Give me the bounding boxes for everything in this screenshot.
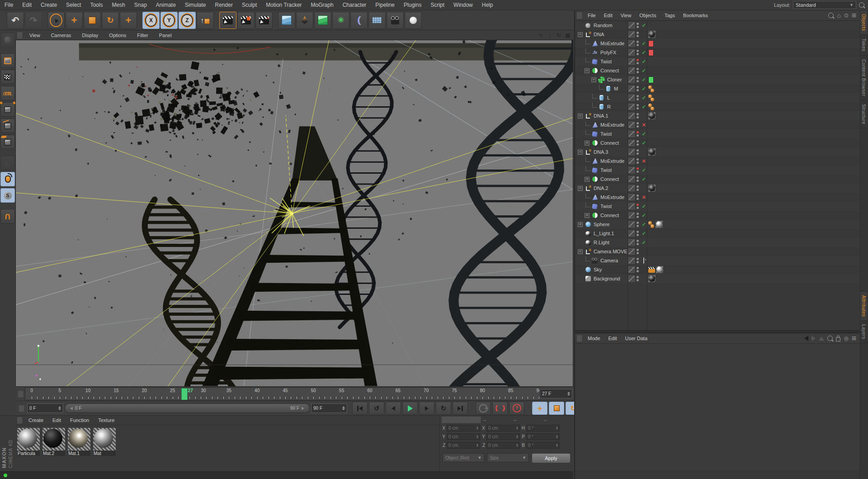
visibility-dots[interactable]	[637, 32, 639, 37]
key-position-button[interactable]: +	[532, 402, 547, 415]
layer-toggle[interactable]	[628, 275, 635, 282]
enable-toggle[interactable]: ✓	[641, 140, 647, 146]
collapse-icon[interactable]: −	[585, 68, 590, 73]
layer-toggle[interactable]	[628, 221, 635, 228]
tweak-mode-button[interactable]	[0, 172, 15, 186]
prev-key-button[interactable]: ↺	[369, 402, 384, 415]
tree-row-moextrude[interactable]: MoExtrude✕	[575, 193, 860, 202]
object-label[interactable]: DNA.3	[594, 149, 608, 155]
attribute-manager-menu-edit[interactable]: Edit	[604, 333, 621, 343]
enable-toggle[interactable]	[641, 258, 647, 263]
enable-axis-button[interactable]: ∟	[0, 156, 15, 170]
layer-toggle[interactable]	[628, 104, 635, 110]
coord-size-field[interactable]: 0 cm	[486, 433, 520, 440]
tree-row-dna-3[interactable]: −0DNA.3	[575, 147, 860, 157]
material-menu-edit[interactable]: Edit	[48, 416, 66, 425]
object-label[interactable]: Connect	[600, 176, 619, 182]
tree-row-connect[interactable]: +Connect✓	[575, 175, 860, 184]
rotate-view-icon[interactable]: ↻	[555, 32, 562, 39]
viewport-menu-options[interactable]: Options	[104, 31, 132, 40]
visibility-dots[interactable]	[637, 122, 639, 128]
collapse-icon[interactable]: −	[591, 77, 596, 82]
scale-button[interactable]	[84, 12, 101, 29]
layer-toggle[interactable]	[628, 40, 635, 47]
object-label[interactable]: Twist	[600, 204, 612, 209]
visibility-dots[interactable]	[637, 213, 639, 218]
layer-toggle[interactable]	[628, 131, 635, 137]
goto-end-button[interactable]	[453, 402, 468, 415]
visibility-dots[interactable]	[637, 176, 639, 182]
add-cube-button[interactable]	[278, 12, 295, 29]
layer-toggle[interactable]	[628, 266, 635, 273]
dock-tab-layers[interactable]: Layers	[860, 321, 867, 343]
material-item[interactable]: Mat.1	[68, 428, 90, 456]
last-tool-move-button[interactable]: +	[120, 12, 137, 29]
toggle-view-icon[interactable]: ▣	[564, 32, 571, 39]
menu-file[interactable]: File	[0, 0, 18, 10]
visibility-dots[interactable]	[637, 104, 639, 109]
visibility-dots[interactable]	[637, 194, 639, 200]
menu-window[interactable]: Window	[449, 0, 477, 10]
tree-row-sky[interactable]: Sky	[575, 265, 860, 274]
make-editable-button[interactable]	[0, 33, 15, 47]
object-label[interactable]: PolyFX	[600, 50, 616, 55]
stepper-icon[interactable]	[556, 426, 558, 431]
enable-toggle[interactable]: ✓	[641, 23, 647, 28]
selection-tags[interactable]	[648, 85, 655, 92]
stepper-icon[interactable]	[556, 434, 558, 439]
tree-row-connect[interactable]: +Connect✓	[575, 138, 860, 147]
xpresso-tag[interactable]	[648, 76, 654, 83]
model-mode-button[interactable]	[0, 53, 15, 68]
visibility-dots[interactable]	[637, 68, 639, 73]
object-manager-menu-tags[interactable]: Tags	[660, 10, 679, 20]
pan-view-icon[interactable]: +	[537, 32, 544, 39]
visibility-dots[interactable]	[637, 41, 639, 46]
object-label[interactable]: MoExtrude	[600, 158, 624, 164]
viewport-solo-button[interactable]: S	[0, 188, 15, 203]
viewport-menu-panel[interactable]: Panel	[154, 31, 177, 40]
enable-toggle[interactable]: ✓	[641, 104, 647, 110]
material-tag[interactable]	[648, 185, 656, 192]
layer-toggle[interactable]	[628, 85, 635, 92]
xpresso-tag[interactable]	[648, 40, 654, 47]
enable-toggle[interactable]: ✓	[641, 204, 647, 209]
prev-frame-button[interactable]	[386, 402, 401, 415]
layout-dropdown[interactable]: Standard ▼	[793, 1, 856, 9]
range-start-field[interactable]: 0 F	[27, 403, 63, 413]
object-label[interactable]: Camera MOVE	[594, 249, 627, 254]
layer-toggle[interactable]	[628, 95, 635, 101]
menu-mograph[interactable]: MoGraph	[307, 0, 338, 10]
snap-settings-button[interactable]: U	[0, 209, 15, 223]
tree-row-twist[interactable]: Twist✓	[575, 129, 860, 138]
material-tag[interactable]	[648, 275, 656, 282]
object-manager-menu-bookmarks[interactable]: Bookmarks	[679, 10, 712, 20]
layer-toggle[interactable]	[628, 58, 635, 65]
live-selection-button[interactable]: ▲	[47, 12, 65, 29]
add-subdivision-button[interactable]	[314, 12, 331, 29]
render-picture-viewer-button[interactable]	[237, 12, 255, 29]
viewport-scene[interactable]	[15, 40, 573, 387]
coord-rotation-field[interactable]: 0 °	[526, 425, 560, 432]
tree-row-random[interactable]: Random✓	[575, 21, 860, 30]
expand-icon[interactable]: +	[578, 222, 583, 227]
menu-simulate[interactable]: Simulate	[180, 0, 211, 10]
tree-row-polyfx[interactable]: .fxPolyFX✓	[575, 48, 860, 57]
filter-icon[interactable]: ⊙	[844, 13, 849, 18]
tree-row-m[interactable]: M✓	[575, 84, 860, 93]
enable-toggle[interactable]: ✓	[641, 167, 647, 173]
expand-icon[interactable]: +	[585, 141, 590, 146]
tree-row-dna[interactable]: −0DNA	[575, 30, 860, 39]
add-spline-button[interactable]	[296, 12, 313, 29]
stepper-icon[interactable]	[516, 426, 518, 431]
enable-toggle[interactable]: ✓	[641, 95, 647, 101]
material-item[interactable]: Mat	[93, 428, 116, 456]
object-label[interactable]: Background	[594, 276, 620, 281]
dock-tab-takes[interactable]: Takes	[860, 35, 867, 56]
menu-render[interactable]: Render	[211, 0, 237, 10]
coord-rotation-field[interactable]: 0 °	[526, 433, 560, 440]
tree-row-cloner[interactable]: −Cloner✓	[575, 75, 860, 84]
visibility-dots[interactable]	[637, 185, 639, 191]
stepper-icon[interactable]	[342, 405, 345, 412]
texture-mode-button[interactable]	[0, 70, 15, 84]
attribute-manager-menu-mode[interactable]: Mode	[584, 333, 604, 343]
